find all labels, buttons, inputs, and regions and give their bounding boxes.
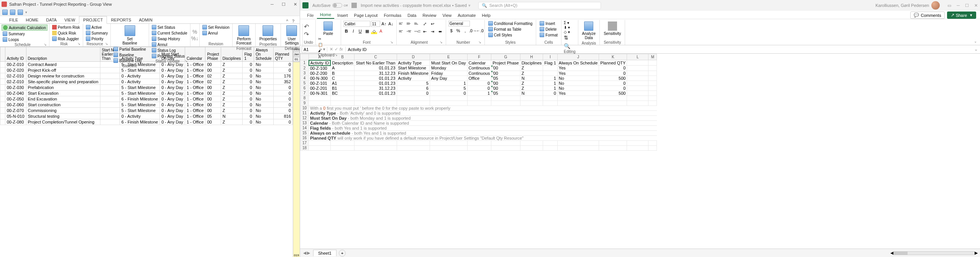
orientation-button[interactable]: ⤢: [422, 21, 428, 27]
sheet-tab-sheet1[interactable]: Sheet1: [313, 250, 337, 256]
cell[interactable]: 0: [467, 86, 491, 91]
cell[interactable]: [491, 145, 520, 150]
cell[interactable]: [397, 96, 430, 100]
cell[interactable]: [467, 145, 491, 150]
tab-project[interactable]: PROJECT: [79, 16, 107, 24]
cell-styles-button[interactable]: Cell Styles: [487, 32, 534, 38]
conditional-formatting-button[interactable]: Conditional Formatting: [487, 21, 534, 26]
cell[interactable]: B: [330, 71, 355, 76]
qat-dropdown-icon[interactable]: ▾: [25, 10, 27, 14]
merge-center-button[interactable]: ⬌: [437, 28, 443, 35]
cell[interactable]: [627, 140, 648, 145]
row-header[interactable]: 7: [300, 91, 309, 96]
expand-formula-bar-icon[interactable]: ⌄: [972, 47, 980, 52]
col-always-on-schedule[interactable]: Always On Schedule: [254, 47, 273, 62]
tab-view[interactable]: View: [440, 12, 455, 19]
cell[interactable]: '00: [491, 81, 520, 86]
row-header[interactable]: 3: [300, 71, 309, 76]
progress-status-button[interactable]: Progress Status: [151, 53, 189, 59]
maximize-icon[interactable]: ☐: [281, 2, 287, 7]
align-middle-button[interactable]: [407, 21, 413, 26]
cell[interactable]: No: [557, 81, 599, 86]
table-row[interactable]: 02-Z-010Design review for construction0 …: [0, 73, 293, 79]
tab-page-layout[interactable]: Page Layout: [351, 12, 381, 19]
cell[interactable]: 00-Z-100: [309, 66, 331, 71]
cell[interactable]: [430, 145, 467, 150]
cell[interactable]: 00-N-300: [309, 76, 331, 81]
cell[interactable]: Z: [520, 81, 543, 86]
format-painter-button[interactable]: 🖌: [318, 48, 338, 53]
cell[interactable]: 0: [599, 71, 627, 76]
cell[interactable]: N: [520, 76, 543, 81]
cell[interactable]: Any Day: [430, 76, 467, 81]
row-header[interactable]: 10: [300, 105, 309, 110]
cell[interactable]: [627, 100, 648, 105]
cell[interactable]: 01.01.23: [355, 81, 397, 86]
cell[interactable]: '00: [491, 66, 520, 71]
tab-data[interactable]: DATA: [42, 16, 61, 23]
cell[interactable]: [397, 100, 430, 105]
cell[interactable]: Z: [520, 86, 543, 91]
cell[interactable]: [543, 145, 558, 150]
fill-color-button[interactable]: ◇: [371, 28, 377, 34]
set-baseline-button[interactable]: Set Baseline: [112, 25, 147, 46]
copy-button[interactable]: 📋: [318, 43, 338, 47]
cell[interactable]: [491, 100, 520, 105]
swap-history-button[interactable]: Swap History: [151, 36, 189, 41]
cell[interactable]: 01.01.23: [355, 91, 397, 96]
tab-reports[interactable]: REPORTS: [107, 16, 135, 23]
col-project-phase[interactable]: Project Phase: [205, 47, 221, 62]
align-top-button[interactable]: [399, 21, 405, 26]
tab-file[interactable]: File: [304, 12, 317, 19]
cell[interactable]: BC: [330, 91, 355, 96]
cell[interactable]: [309, 145, 331, 150]
cell[interactable]: Office: [467, 76, 491, 81]
cell[interactable]: Always on schedule - both Yes and 1 is s…: [309, 130, 657, 135]
cell[interactable]: [543, 66, 558, 71]
cell[interactable]: [467, 96, 491, 100]
cell[interactable]: [355, 145, 397, 150]
automatic-calculation-button[interactable]: Automatic Calculation: [2, 25, 48, 31]
active-button[interactable]: Active: [85, 25, 109, 30]
col-header[interactable]: D: [397, 54, 430, 60]
cell[interactable]: [467, 140, 491, 145]
format-cells-button[interactable]: Format: [538, 32, 559, 38]
cell[interactable]: Flag fields - both Yes and 1 is supporte…: [309, 125, 657, 130]
row-header[interactable]: 13: [300, 120, 309, 125]
cell[interactable]: Finish Milestone: [397, 71, 430, 76]
baseline-log-button[interactable]: Baseline Log: [112, 58, 147, 63]
table-row[interactable]: 00-Z-070Commissioning5 - Start Milestone…: [0, 108, 293, 114]
fill-button[interactable]: ⬇ ▾: [564, 25, 576, 30]
cell[interactable]: [543, 100, 558, 105]
cell[interactable]: 5: [430, 86, 467, 91]
cell[interactable]: [309, 96, 331, 100]
cell[interactable]: [330, 145, 355, 150]
cell[interactable]: [599, 96, 627, 100]
cell[interactable]: [648, 76, 657, 81]
status-log-button[interactable]: Status Log: [151, 48, 189, 53]
autosave-toggle[interactable]: AutoSave Off: [312, 3, 348, 8]
cell[interactable]: 0: [599, 81, 627, 86]
format-as-table-button[interactable]: Format as Table: [487, 26, 534, 32]
cell[interactable]: [520, 96, 543, 100]
cell[interactable]: 6: [397, 86, 430, 91]
row-header[interactable]: 17: [300, 140, 309, 145]
cell[interactable]: 1: [543, 86, 558, 91]
excel-grid[interactable]: ABCDEFGHIJKLM1Activity IDDescriptionStar…: [300, 54, 980, 249]
row-header[interactable]: 18: [300, 145, 309, 150]
row-header[interactable]: 4: [300, 76, 309, 81]
font-size-select[interactable]: [371, 21, 380, 27]
table-row[interactable]: 00-Z-050End Excavation6 - Finish Milesto…: [0, 96, 293, 102]
maximize-icon[interactable]: ☐: [965, 3, 969, 8]
launcher-icon[interactable]: ↘: [105, 42, 108, 46]
cell[interactable]: [491, 96, 520, 100]
sensitivity-button[interactable]: Sensitivity: [602, 21, 622, 36]
col-activity-id[interactable]: Activity ID: [5, 47, 26, 62]
cell[interactable]: '00: [491, 71, 520, 76]
horizontal-scrollbar[interactable]: ◀ ▶: [888, 250, 980, 255]
cell[interactable]: Planned QTY will only work if you have d…: [309, 135, 657, 140]
cell[interactable]: [309, 100, 331, 105]
properties-button[interactable]: Properties: [257, 25, 279, 42]
table-row[interactable]: 00-Z-040Start Excavation5 - Start Milest…: [0, 91, 293, 96]
cell[interactable]: [599, 145, 627, 150]
